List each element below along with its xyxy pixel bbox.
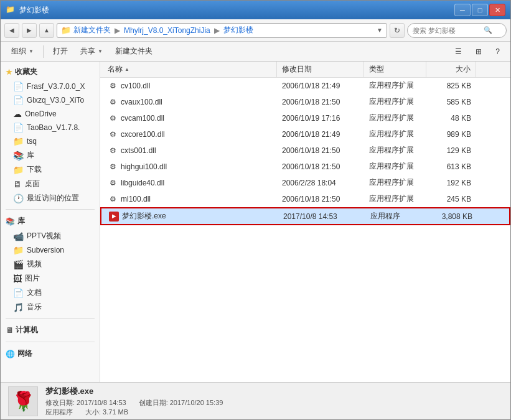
recent-label: 最近访问的位置 [27, 193, 79, 203]
cell-date-6: 2006/2/28 18:04 [277, 177, 364, 189]
table-row[interactable]: ▶ 梦幻影楼.exe 2017/10/8 14:53 应用程序 3,808 KB [100, 207, 510, 225]
sidebar: ★ 收藏夹 📄 Frasf_V3.7.0.0_X 📄 Glxzq_V3.0_Xi… [1, 62, 100, 382]
sidebar-divider-1 [6, 209, 95, 210]
cell-type-7: 应用程序扩展 [364, 192, 426, 205]
video-label: 视频 [27, 259, 42, 269]
cell-date-7: 2006/10/18 21:50 [277, 194, 364, 205]
refresh-button[interactable]: ↻ [390, 23, 405, 38]
pictures-icon: 🖼 [13, 274, 22, 284]
computer-section: 🖥 计算机 [1, 322, 100, 338]
search-icon[interactable]: 🔍 [484, 26, 492, 34]
library-section-icon: 📚 [6, 217, 15, 226]
col-header-type[interactable]: 类型 [364, 62, 426, 77]
pictures-label: 图片 [25, 273, 40, 284]
sidebar-item-subversion[interactable]: 📁 Subversion [1, 243, 100, 257]
library-icon: 📚 [13, 151, 24, 161]
sidebar-item-documents[interactable]: 📄 文档 [1, 286, 100, 300]
new-folder-label: 新建文件夹 [115, 46, 152, 57]
cell-name-2: ⚙ cvcam100.dll [103, 112, 277, 124]
open-button[interactable]: 打开 [47, 44, 73, 60]
table-row[interactable]: ⚙ highgui100.dll 2006/10/18 21:50 应用程序扩展… [100, 159, 510, 175]
dll-icon: ⚙ [108, 129, 118, 139]
path-sep-2: ▶ [214, 26, 220, 35]
organize-label: 组织 [11, 46, 26, 57]
path-sep-1: ▶ [115, 26, 120, 35]
computer-header[interactable]: 🖥 计算机 [1, 322, 100, 338]
table-row[interactable]: ⚙ cv100.dll 2006/10/18 21:49 应用程序扩展 825 … [100, 78, 510, 94]
status-thumbnail: 🌹 [8, 386, 38, 416]
file-list-header: 名称 ▲ 修改日期 类型 大小 [100, 62, 510, 78]
path-item-2[interactable]: Mhylrj_V8.0_XiTongZhiJia [124, 26, 210, 35]
address-path[interactable]: 📁 新建文件夹 ▶ Mhylrj_V8.0_XiTongZhiJia ▶ 梦幻影… [57, 23, 387, 38]
documents-label: 文档 [27, 287, 42, 298]
col-header-size[interactable]: 大小 [426, 62, 476, 77]
sidebar-item-music[interactable]: 🎵 音乐 [1, 300, 100, 314]
table-row[interactable]: ⚙ cxcore100.dll 2006/10/18 21:49 应用程序扩展 … [100, 126, 510, 142]
sidebar-item-library[interactable]: 📚 库 [1, 148, 100, 162]
file-list: ⚙ cv100.dll 2006/10/18 21:49 应用程序扩展 825 … [100, 78, 510, 382]
cell-name-5: ⚙ highgui100.dll [103, 161, 277, 173]
file-name-1: cvaux100.dll [121, 98, 162, 106]
sidebar-item-tsq[interactable]: 📁 tsq [1, 134, 100, 148]
toolbar-right: ☰ ⊞ ? [449, 44, 505, 60]
status-thumb-icon: 🌹 [12, 390, 35, 412]
table-row[interactable]: ⚙ cvaux100.dll 2006/10/18 21:50 应用程序扩展 5… [100, 94, 510, 110]
cell-date-4: 2006/10/18 21:50 [277, 145, 364, 156]
organize-button[interactable]: 组织 ▼ [6, 44, 39, 60]
pptv-label: PPTV视频 [27, 231, 61, 241]
path-dropdown[interactable]: ▼ [377, 27, 383, 34]
table-row[interactable]: ⚙ libguide40.dll 2006/2/28 18:04 应用程序扩展 … [100, 175, 510, 191]
search-bar[interactable]: 🔍 [407, 23, 507, 38]
cell-type-6: 应用程序扩展 [364, 176, 426, 189]
sidebar-item-pptv[interactable]: 📹 PPTV视频 [1, 229, 100, 243]
table-row[interactable]: ⚙ cxts001.dll 2006/10/18 21:50 应用程序扩展 12… [100, 142, 510, 159]
search-input[interactable] [413, 27, 481, 34]
sidebar-item-video[interactable]: 🎬 视频 [1, 257, 100, 271]
file-name-5: highgui100.dll [121, 162, 167, 171]
minimize-button[interactable]: ─ [454, 4, 471, 16]
toolbar: 组织 ▼ 打开 共享 ▼ 新建文件夹 ☰ ⊞ ? [1, 42, 510, 62]
view-details-button[interactable]: ☰ [449, 44, 467, 60]
help-button[interactable]: ? [490, 44, 505, 60]
col-header-name[interactable]: 名称 ▲ [103, 62, 277, 77]
sidebar-divider-3 [6, 342, 95, 342]
path-item-3[interactable]: 梦幻影楼 [223, 25, 253, 35]
share-button[interactable]: 共享 ▼ [75, 44, 108, 60]
sidebar-item-recent[interactable]: 🕐 最近访问的位置 [1, 191, 100, 205]
favorites-label: 收藏夹 [15, 67, 37, 77]
view-tiles-button[interactable]: ⊞ [470, 44, 487, 60]
sidebar-item-taobao[interactable]: 📄 TaoBao_V1.7.8. [1, 121, 100, 134]
favorites-header[interactable]: ★ 收藏夹 [1, 64, 100, 80]
file-name-3: cxcore100.dll [121, 130, 165, 139]
sidebar-item-desktop[interactable]: 🖥 桌面 [1, 177, 100, 191]
up-button[interactable]: ▲ [39, 23, 54, 38]
title-bar-icon: 📁 [6, 5, 16, 15]
sidebar-item-glxzq[interactable]: 📄 Glxzq_V3.0_XiTo [1, 93, 100, 107]
desktop-icon: 🖥 [13, 179, 22, 189]
forward-button[interactable]: ▶ [22, 23, 37, 38]
taobao-label: TaoBao_V1.7.8. [27, 123, 80, 132]
network-header[interactable]: 🌐 网络 [1, 346, 100, 362]
back-button[interactable]: ◀ [4, 23, 19, 38]
cell-name-7: ⚙ ml100.dll [103, 193, 277, 205]
desktop-label: 桌面 [25, 179, 40, 189]
favorites-icon: ★ [6, 68, 12, 77]
organize-chevron: ▼ [29, 49, 34, 54]
new-folder-button[interactable]: 新建文件夹 [110, 44, 158, 60]
table-row[interactable]: ⚙ ml100.dll 2006/10/18 21:50 应用程序扩展 245 … [100, 191, 510, 207]
glxzq-icon: 📄 [13, 95, 24, 105]
maximize-button[interactable]: □ [472, 4, 488, 16]
library-header[interactable]: 📚 库 [1, 213, 100, 229]
onedrive-icon: ☁ [13, 109, 22, 119]
frasf-icon: 📄 [13, 82, 24, 91]
sidebar-item-onedrive[interactable]: ☁ OneDrive [1, 107, 100, 121]
table-row[interactable]: ⚙ cvcam100.dll 2006/10/19 17:16 应用程序扩展 4… [100, 110, 510, 126]
col-header-date[interactable]: 修改日期 [277, 62, 364, 77]
sidebar-item-pictures[interactable]: 🖼 图片 [1, 271, 100, 286]
sidebar-item-downloads[interactable]: 📁 下载 [1, 162, 100, 177]
sidebar-item-frasf[interactable]: 📄 Frasf_V3.7.0.0_X [1, 80, 100, 93]
path-item-1[interactable]: 新建文件夹 [73, 25, 111, 35]
col-date-label: 修改日期 [282, 64, 312, 75]
close-button[interactable]: ✕ [489, 4, 505, 16]
cell-name-6: ⚙ libguide40.dll [103, 177, 277, 189]
